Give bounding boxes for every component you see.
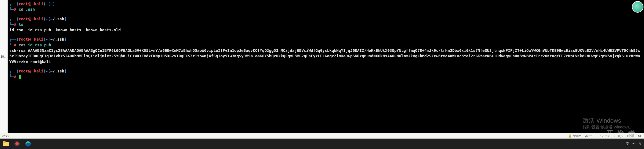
resize-icon: ↔ xyxy=(596,134,599,138)
command-line: └─# ls xyxy=(9,22,642,27)
svg-rect-0 xyxy=(3,142,9,146)
taskbar-xshell-icon[interactable] xyxy=(13,140,21,148)
system-tray[interactable]: ˄ 英 xyxy=(621,142,642,146)
status-ssh: 🔒SSH2 xyxy=(568,134,581,138)
status-pos: ↕30,5 xyxy=(614,134,623,138)
prompt-line: ┌──(root㉿ kali)-[~] xyxy=(9,1,642,7)
command-line: └─# xyxy=(9,74,642,79)
command-output: ssh-rsa AAAAB3NzaC1yc2EAAAADAQABAAABgQCn… xyxy=(9,48,642,64)
windows-taskbar[interactable]: ˄ 英 xyxy=(0,139,644,149)
tray-chevron-up-icon[interactable]: ˄ xyxy=(621,142,623,146)
svg-rect-1 xyxy=(3,141,6,143)
taskbar-edge-icon[interactable] xyxy=(24,140,32,148)
status-sessions: 4会话 xyxy=(626,134,634,138)
prompt-line: ┌──(root㉿ kali)-[~/.ssh] xyxy=(9,16,642,22)
editor-gutter: 19... xyxy=(0,0,8,139)
tray-wifi-icon[interactable] xyxy=(626,142,629,146)
status-left: 72:22 xyxy=(2,134,9,138)
cursor-pos-icon: ↕ xyxy=(614,134,616,138)
terminal-cursor xyxy=(19,75,21,79)
gutter-label: 19... xyxy=(1,55,6,58)
status-bar: 72:22 🔒SSH2 xterm ↔175x30 ↕30,5 4会话 NU xyxy=(0,133,644,139)
avatar xyxy=(632,1,643,13)
status-extra: NU xyxy=(638,134,642,138)
terminal-pane[interactable]: ┌──(root㉿ kali)-[~]└─# cd .ssh┌──(root㉿ … xyxy=(8,0,644,133)
taskbar-file-explorer-icon[interactable] xyxy=(2,140,10,148)
command-line: └─# cat id_rsa.pub xyxy=(9,42,642,48)
command-output: id_rsa id_rsa.pub known_hosts known_host… xyxy=(9,27,642,33)
status-termtype: xterm xyxy=(585,134,592,138)
lock-icon: 🔒 xyxy=(568,134,572,138)
status-size: ↔175x30 xyxy=(596,134,610,138)
windows-activation-watermark: 激活 Windows 转到"设置"以激活 Windows。 xyxy=(583,117,633,130)
command-line: └─# cd .ssh xyxy=(9,7,642,12)
prompt-line: ┌──(root㉿ kali)-[~/.ssh] xyxy=(9,68,642,74)
tray-ime-icon[interactable]: 英 xyxy=(639,142,642,146)
svg-point-3 xyxy=(15,142,19,145)
watermark-title: 激活 Windows xyxy=(583,117,633,125)
tray-volume-icon[interactable] xyxy=(632,142,636,146)
prompt-line: ┌──(root㉿ kali)-[~/.ssh] xyxy=(9,36,642,42)
